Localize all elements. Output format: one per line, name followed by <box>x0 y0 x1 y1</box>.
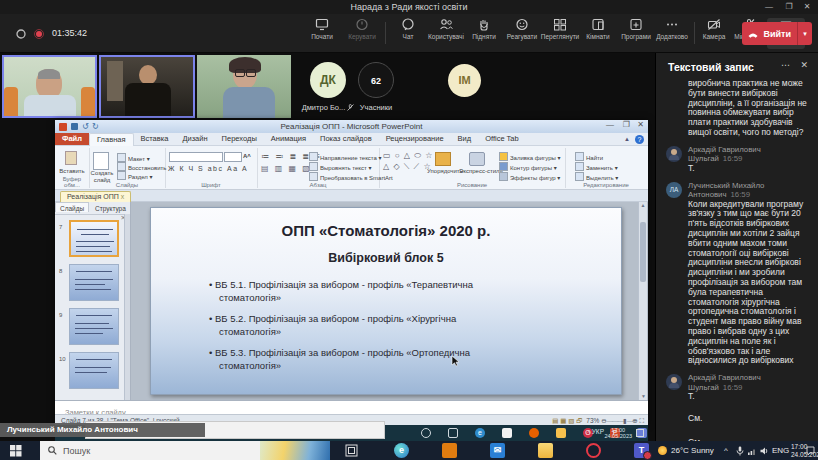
slide-scrollbar[interactable]: ▲▼ <box>638 202 647 400</box>
folder-icon[interactable] <box>538 443 553 458</box>
align-buttons[interactable]: ▤ ▥ ▦ ▧ <box>261 165 312 174</box>
undo-icon[interactable]: ↺ <box>82 122 89 131</box>
tab-slides[interactable]: Слайды <box>55 202 89 212</box>
shared-firefox-icon[interactable] <box>529 428 539 438</box>
avatar-im[interactable]: ІМ <box>448 64 481 97</box>
maximize-button[interactable]: ❐ <box>780 0 798 14</box>
tab-insert[interactable]: Вставка <box>134 133 176 145</box>
arrange-button[interactable]: Упорядочить <box>427 167 459 176</box>
text-direction-button[interactable]: Направление текста ▾ <box>309 152 382 163</box>
transcript-messages[interactable]: виробнича практика не може бути винести … <box>666 79 812 441</box>
close-button[interactable]: ✕ <box>798 0 816 14</box>
tray-volume-icon[interactable] <box>760 447 769 455</box>
paste-icon[interactable] <box>65 151 77 165</box>
start-button[interactable] <box>10 445 22 457</box>
weather-text[interactable]: 26°C Sunny <box>671 441 714 460</box>
fit-to-window-button[interactable]: ⛶ <box>639 417 644 424</box>
ppt-minimize-button[interactable]: — <box>606 120 614 129</box>
transcript-close-icon[interactable]: ✕ <box>800 60 808 70</box>
ribbon-collapse-icon[interactable]: ▲ <box>624 136 630 142</box>
search-highlight-image[interactable] <box>260 441 330 460</box>
tab-slideshow[interactable]: Показ слайдов <box>313 133 379 145</box>
ppt-maximize-button[interactable]: ❐ <box>623 120 630 129</box>
paste-button[interactable]: Вставить <box>55 167 89 176</box>
font-name-combobox[interactable] <box>169 152 223 162</box>
notification-center-icon[interactable] <box>806 446 816 456</box>
shapes-gallery[interactable]: ▭ ○ △ ⬭ ☆ <box>383 152 433 161</box>
font-style-buttons[interactable]: Ж К Ч S abc Аа А <box>168 165 248 174</box>
tab-design[interactable]: Дизайн <box>175 133 214 145</box>
ppt-close-button[interactable]: ✕ <box>637 120 644 129</box>
shared-taskview-icon[interactable] <box>448 428 458 438</box>
quick-styles-icon[interactable] <box>469 152 485 166</box>
help-icon[interactable]: ? <box>635 135 644 144</box>
save-icon[interactable] <box>71 123 78 130</box>
shared-edge-icon[interactable]: e <box>475 428 485 438</box>
chat-button[interactable]: Чат <box>388 18 428 49</box>
quick-styles-button[interactable]: Экспресс-стили <box>459 167 495 176</box>
slide-thumbnail-7[interactable] <box>69 220 119 257</box>
tray-network-icon[interactable] <box>748 448 757 455</box>
new-slide-icon[interactable] <box>93 152 109 170</box>
tray-mic-icon[interactable] <box>736 446 744 456</box>
arrange-icon[interactable] <box>435 152 451 166</box>
tab-file[interactable]: Файл <box>55 133 89 145</box>
slide-thumbnail-9[interactable] <box>69 308 119 345</box>
slide-thumbnail-10[interactable] <box>69 352 119 389</box>
shared-lang-indicator[interactable]: УКР <box>592 429 604 435</box>
minimize-button[interactable]: — <box>760 0 778 14</box>
camera-button[interactable]: Камера <box>697 18 731 49</box>
store-icon[interactable] <box>442 443 457 458</box>
tab-outline[interactable]: Структура <box>91 203 130 212</box>
notes-pane[interactable]: Заметки к слайду <box>55 400 648 414</box>
shape-outline-button[interactable]: Контур фигуры ▾ <box>499 162 557 173</box>
video-tile-3[interactable] <box>197 55 291 118</box>
panel-scrollbar[interactable] <box>124 214 130 400</box>
current-slide[interactable]: ОПП «Стоматологія» 2020 р. Вибірковий бл… <box>150 207 622 395</box>
redo-icon[interactable]: ↻ <box>92 122 99 131</box>
zoom-in-button[interactable]: ⊕ <box>632 417 637 424</box>
people-button[interactable]: Користувачі <box>426 18 466 49</box>
shared-folder-icon[interactable] <box>556 428 566 438</box>
language-indicator[interactable]: ENG <box>772 441 789 460</box>
mail-icon[interactable]: ✉ <box>490 443 505 458</box>
video-tile-2[interactable] <box>99 55 195 118</box>
shared-tray-chevron[interactable]: ^ <box>587 430 590 436</box>
manage-button[interactable]: Керувати <box>342 18 382 49</box>
participants-count-badge[interactable]: 62 <box>358 62 394 98</box>
raise-hand-button[interactable]: Підняти <box>464 18 504 49</box>
edge-icon[interactable]: e <box>394 443 409 458</box>
transcript-more-icon[interactable]: ⋯ <box>781 60 790 70</box>
shared-search-icon[interactable] <box>421 428 431 438</box>
video-tile-1[interactable] <box>2 55 97 118</box>
avatar-dk[interactable]: ДК <box>310 62 346 98</box>
view-buttons[interactable]: ▤ ▦ ▧ 🗗 <box>552 417 582 424</box>
tab-home[interactable]: Главная <box>89 133 134 146</box>
shapes-gallery-row2[interactable]: △ ◇ ⟍ ⟋ ☆ <box>383 163 432 172</box>
tab-view[interactable]: Вид <box>451 133 479 145</box>
align-text-button[interactable]: Выровнять текст ▾ <box>309 162 371 173</box>
font-size-combobox[interactable] <box>224 152 242 162</box>
apps-button[interactable]: Програми <box>616 18 656 49</box>
tray-chevron[interactable]: ^ <box>724 441 728 460</box>
shape-effects-button[interactable]: Эффекты фигур ▾ <box>499 172 560 183</box>
slide-thumbnail-8[interactable] <box>69 264 119 301</box>
opera-icon[interactable] <box>586 443 601 458</box>
view-button[interactable]: Переглянути <box>540 18 580 49</box>
grow-font-button[interactable]: A˄ <box>243 152 251 161</box>
section-button[interactable]: Раздел ▾ <box>117 171 153 182</box>
leave-chevron-icon[interactable]: ▾ <box>797 22 812 45</box>
taskbar-search[interactable]: Пошук <box>40 441 330 460</box>
react-button[interactable]: Реагувати <box>502 18 542 49</box>
tab-review[interactable]: Рецензирование <box>379 133 451 145</box>
more-button[interactable]: Додатково <box>652 18 692 49</box>
tab-transitions[interactable]: Переходы <box>215 133 264 145</box>
shape-fill-button[interactable]: Заливка фигуры ▾ <box>499 152 561 163</box>
start-button[interactable]: Почати <box>302 18 342 49</box>
leave-button[interactable]: Вийти ▾ <box>742 22 812 45</box>
rooms-button[interactable]: Кімнати <box>578 18 618 49</box>
teams-icon[interactable]: T <box>634 443 649 458</box>
doc-tab-close-icon[interactable]: х <box>121 193 125 200</box>
replace-button[interactable]: Заменить ▾ <box>575 162 618 173</box>
tab-officetab[interactable]: Office Tab <box>478 133 526 145</box>
